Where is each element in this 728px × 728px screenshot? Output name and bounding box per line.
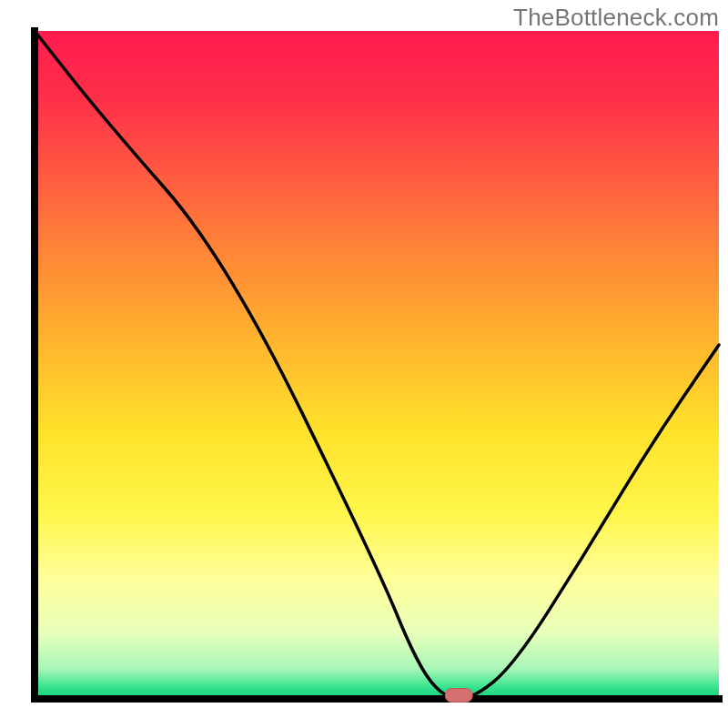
optimal-marker bbox=[445, 689, 472, 703]
plot-background bbox=[35, 31, 719, 699]
bottleneck-chart bbox=[0, 0, 728, 728]
chart-container: TheBottleneck.com bbox=[0, 0, 728, 728]
watermark-text: TheBottleneck.com bbox=[513, 4, 719, 32]
